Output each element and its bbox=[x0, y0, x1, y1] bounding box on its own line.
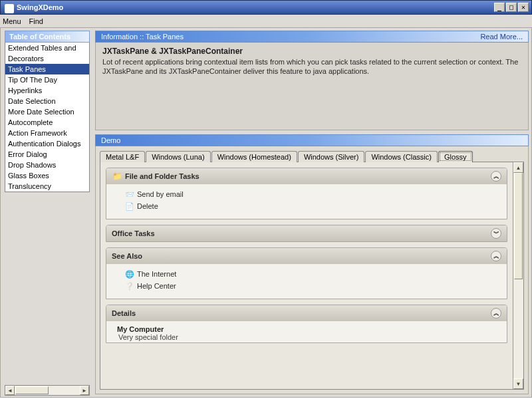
tab-content: 📁File and Folder Tasks︽📨Send by email📄De… bbox=[100, 162, 524, 390]
taskpane-header[interactable]: See Also︽ bbox=[106, 248, 507, 264]
delete-icon: 📄 bbox=[125, 201, 134, 211]
window-title: SwingXDemo bbox=[3, 3, 494, 11]
window-title-text: SwingXDemo bbox=[17, 3, 63, 11]
toc-item[interactable]: Date Selection bbox=[5, 96, 89, 106]
taskpane-title: Office Tasks bbox=[112, 229, 491, 237]
minimize-button[interactable]: _ bbox=[494, 3, 505, 12]
taskpane-link-label: Delete bbox=[137, 202, 158, 210]
vertical-scrollbar[interactable]: ▲ ▼ bbox=[513, 162, 523, 389]
toc-item[interactable]: Autocomplete bbox=[5, 117, 89, 128]
toc-list: Extended Tables andDecoratorsTask PanesT… bbox=[5, 43, 90, 192]
toc-item[interactable]: Task Panes bbox=[5, 64, 89, 74]
scroll-thumb[interactable] bbox=[15, 386, 49, 394]
scroll-track[interactable] bbox=[15, 386, 80, 395]
close-button[interactable]: ✕ bbox=[518, 3, 529, 12]
toc-header: Table of Contents bbox=[5, 31, 90, 43]
toc-item[interactable]: Error Dialog bbox=[5, 149, 89, 160]
scroll-right-icon[interactable]: ► bbox=[80, 386, 89, 395]
chevron-up-icon[interactable]: ︽ bbox=[491, 308, 501, 319]
tab[interactable]: Metal L&F bbox=[100, 151, 145, 162]
info-panel: Information :: Task Panes Read More... J… bbox=[95, 31, 529, 130]
chevron-down-icon[interactable]: ︾ bbox=[491, 228, 501, 239]
menu-bar: Menu Find bbox=[0, 15, 532, 28]
scroll-down-icon[interactable]: ▼ bbox=[513, 378, 523, 389]
toc-item[interactable]: Hyperlinks bbox=[5, 85, 89, 96]
taskpane: Office Tasks︾ bbox=[106, 225, 507, 242]
taskpane-title: See Also bbox=[112, 252, 491, 260]
folder-icon: 📁 bbox=[112, 171, 122, 182]
tab[interactable]: Glossy bbox=[438, 151, 473, 162]
taskpane: 📁File and Folder Tasks︽📨Send by email📄De… bbox=[106, 168, 507, 219]
taskpane-title: Details bbox=[112, 309, 491, 317]
taskpane: See Also︽🌐The Internet❔Help Center bbox=[106, 247, 507, 299]
vscroll-track[interactable] bbox=[513, 173, 523, 378]
tab[interactable]: Windows (Luna) bbox=[146, 151, 210, 162]
maximize-button[interactable]: □ bbox=[506, 3, 517, 12]
taskpane: Details︽My ComputerVery special folder bbox=[106, 305, 507, 343]
content-area: Table of Contents Extended Tables andDec… bbox=[0, 28, 532, 398]
sidebar: Table of Contents Extended Tables andDec… bbox=[1, 28, 91, 397]
read-more-link[interactable]: Read More... bbox=[480, 33, 523, 41]
details-sub: Very special folder bbox=[117, 333, 499, 341]
taskpane-header[interactable]: Details︽ bbox=[106, 305, 507, 321]
details-heading: My Computer bbox=[117, 325, 499, 333]
taskpane-container: 📁File and Folder Tasks︽📨Send by email📄De… bbox=[100, 162, 513, 389]
main-area: Information :: Task Panes Read More... J… bbox=[91, 28, 531, 397]
toc-item[interactable]: Action Framework bbox=[5, 128, 89, 138]
scroll-left-icon[interactable]: ◄ bbox=[5, 386, 15, 395]
help-icon: ❔ bbox=[125, 281, 134, 291]
taskpane-header[interactable]: 📁File and Folder Tasks︽ bbox=[106, 168, 507, 184]
tab-bar: Metal L&FWindows (Luna)Windows (Homestea… bbox=[96, 146, 528, 162]
title-bar: SwingXDemo _ □ ✕ bbox=[0, 0, 532, 15]
toc-item[interactable]: More Date Selection bbox=[5, 106, 89, 117]
chevron-up-icon[interactable]: ︽ bbox=[491, 251, 501, 261]
taskpane-link-label: Send by email bbox=[137, 190, 184, 198]
chevron-up-icon[interactable]: ︽ bbox=[491, 171, 501, 182]
mail-icon: 📨 bbox=[125, 190, 134, 199]
toc-item[interactable]: Extended Tables and bbox=[5, 43, 89, 53]
taskpane-title: File and Folder Tasks bbox=[125, 172, 491, 180]
info-panel-header: Information :: Task Panes Read More... bbox=[95, 31, 529, 43]
info-panel-title: Information :: Task Panes bbox=[101, 33, 480, 41]
demo-panel-body: Metal L&FWindows (Luna)Windows (Homestea… bbox=[95, 146, 529, 394]
info-description: Lot of recent applications bring context… bbox=[102, 57, 521, 76]
taskpane-details: My ComputerVery special folder bbox=[106, 321, 507, 342]
taskpane-link-label: The Internet bbox=[137, 270, 176, 278]
taskpane-link[interactable]: ❔Help Center bbox=[125, 280, 500, 292]
taskpane-link[interactable]: 🌐The Internet bbox=[125, 268, 500, 280]
window-buttons: _ □ ✕ bbox=[494, 3, 529, 12]
tab[interactable]: Windows (Silver) bbox=[298, 151, 365, 162]
toc-item[interactable]: Translucency bbox=[5, 181, 89, 192]
taskpane-link-label: Help Center bbox=[137, 282, 176, 290]
taskpane-link[interactable]: 📨Send by email bbox=[125, 188, 500, 200]
toc-item[interactable]: Decorators bbox=[5, 53, 89, 64]
toc-item[interactable]: Authentication Dialogs bbox=[5, 138, 89, 149]
taskpane-body: 🌐The Internet❔Help Center bbox=[106, 264, 507, 299]
toc-item[interactable]: Glass Boxes bbox=[5, 170, 89, 181]
menu-item-menu[interactable]: Menu bbox=[3, 17, 21, 25]
toc-item[interactable]: Tip Of The Day bbox=[5, 74, 89, 85]
sidebar-scrollbar[interactable]: ◄ ► bbox=[5, 385, 90, 396]
tab[interactable]: Windows (Classic) bbox=[365, 151, 437, 162]
info-heading: JXTaskPane & JXTaskPaneContainer bbox=[102, 47, 521, 56]
java-icon bbox=[5, 4, 14, 13]
taskpane-body: 📨Send by email📄Delete bbox=[106, 184, 507, 219]
demo-panel-title: Demo bbox=[101, 136, 523, 144]
scroll-up-icon[interactable]: ▲ bbox=[513, 162, 523, 173]
toc-item[interactable]: Drop Shadows bbox=[5, 160, 89, 170]
demo-panel-header: Demo bbox=[95, 134, 529, 146]
demo-panel: Demo Metal L&FWindows (Luna)Windows (Hom… bbox=[95, 134, 529, 394]
tab[interactable]: Windows (Homestead) bbox=[211, 151, 297, 162]
taskpane-header[interactable]: Office Tasks︾ bbox=[106, 225, 507, 241]
info-panel-body: JXTaskPane & JXTaskPaneContainer Lot of … bbox=[95, 43, 529, 130]
vscroll-thumb[interactable] bbox=[514, 173, 523, 279]
taskpane-link[interactable]: 📄Delete bbox=[125, 200, 500, 212]
menu-item-find[interactable]: Find bbox=[29, 17, 43, 25]
globe-icon: 🌐 bbox=[125, 269, 134, 279]
